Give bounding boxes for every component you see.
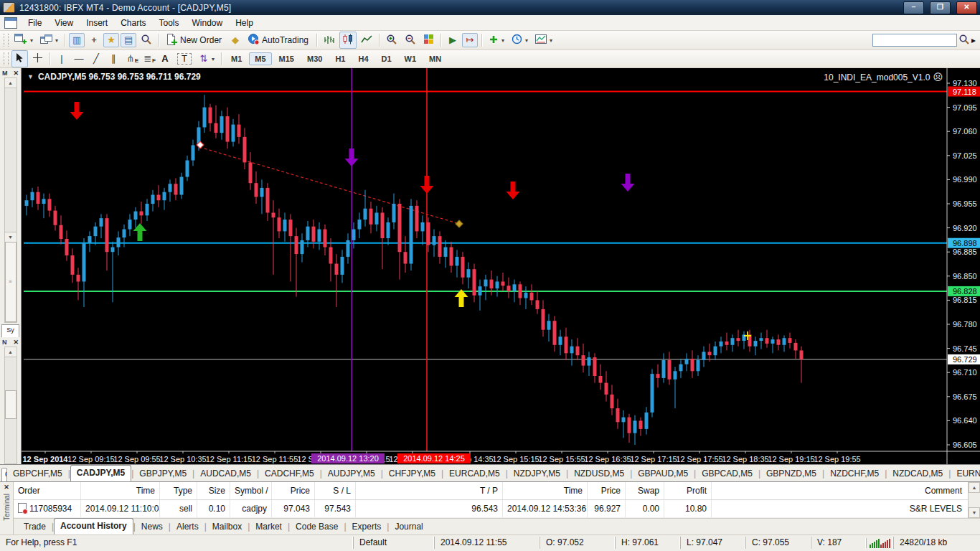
chart-tab-gbpcad-m5[interactable]: GBPCAD,M5 (696, 466, 758, 481)
menu-tools[interactable]: Tools (153, 16, 186, 30)
search-input[interactable] (872, 34, 957, 47)
new-order-button[interactable]: New Order (163, 32, 226, 50)
toolbar-grip[interactable] (4, 34, 9, 47)
column-header-price[interactable]: Price (588, 482, 626, 499)
timeframe-m1[interactable]: M1 (225, 52, 248, 65)
chart-tab-chfjpy-m5[interactable]: CHFJPY,M5 (383, 466, 441, 481)
pitchfork-tool[interactable]: ⋔E (123, 52, 138, 66)
scroll-up-icon[interactable]: ▲ (969, 482, 980, 493)
scroll-track[interactable] (5, 357, 17, 390)
close-icon[interactable]: ✕ (13, 70, 19, 77)
expert-advisors-button[interactable]: ◆ (227, 33, 243, 47)
profiles-button[interactable]: ▾ (37, 32, 61, 49)
arrows-tool[interactable]: ⇅▾ (196, 52, 217, 66)
timeframe-h1[interactable]: H1 (329, 52, 351, 65)
column-header-price[interactable]: Price (272, 482, 315, 499)
scroll-track[interactable] (5, 88, 17, 232)
scroll-up-icon[interactable]: ▲ (5, 347, 17, 357)
periods-button[interactable]: ▾ (509, 32, 531, 49)
chart-tab-audcad-m5[interactable]: AUDCAD,M5 (194, 466, 257, 481)
market-watch-scrollbar[interactable]: ▲≡▼ (4, 77, 17, 323)
order-row[interactable]: 1170859342014.09.12 11:10:04sell0.10cadj… (14, 500, 980, 518)
timeframe-h4[interactable]: H4 (352, 52, 374, 65)
tile-windows-button[interactable] (420, 32, 437, 49)
terminal-tab-mailbox[interactable]: Mailbox (207, 519, 248, 534)
data-window-button[interactable]: + (86, 33, 102, 47)
scroll-thumb[interactable] (5, 390, 17, 419)
scroll-track[interactable] (5, 419, 17, 463)
text-tool[interactable]: A (157, 52, 173, 66)
timeframe-w1[interactable]: W1 (399, 52, 423, 65)
chart-tab-cadchf-m5[interactable]: CADCHF,M5 (259, 466, 320, 481)
menu-window[interactable]: Window (186, 16, 230, 30)
scroll-down-icon[interactable]: ▼ (969, 507, 980, 518)
chart-tab-eurcad-m5[interactable]: EURCAD,M5 (443, 466, 506, 481)
column-header-s-l[interactable]: S / L (315, 482, 356, 499)
crosshair-tool[interactable] (29, 50, 46, 67)
restore-button[interactable]: ❐ (930, 1, 951, 14)
ea-status-icon[interactable]: ☹ (933, 72, 943, 83)
column-header-t-p[interactable]: T / P (356, 482, 503, 499)
vertical-line-tool[interactable]: | (54, 52, 70, 66)
navigator-button[interactable]: ★ (103, 33, 119, 47)
terminal-tab-alerts[interactable]: Alerts (171, 519, 204, 534)
column-header-type[interactable]: Type (160, 482, 197, 499)
chart-tab-cadjpy-m5[interactable]: CADJPY,M5 (70, 465, 131, 481)
line-chart-button[interactable] (358, 33, 375, 48)
column-header-time[interactable]: Time (503, 482, 588, 499)
zoom-out-button[interactable] (402, 32, 419, 50)
menu-help[interactable]: Help (229, 16, 260, 30)
column-header-order[interactable]: Order (14, 482, 81, 499)
chart-tab-nzdjpy-m5[interactable]: NZDJPY,M5 (508, 466, 566, 481)
scroll-down-icon[interactable]: ▼ (5, 232, 17, 242)
auto-scroll-button[interactable]: ▶ (445, 33, 461, 47)
market-watch-button[interactable]: ▥ (69, 33, 85, 47)
minimize-button[interactable]: – (903, 1, 924, 14)
templates-button[interactable]: ▾ (532, 32, 555, 48)
chart-tab-gbpjpy-m5[interactable]: GBPJPY,M5 (133, 466, 192, 481)
terminal-tab-account-history[interactable]: Account History (54, 518, 133, 534)
zoom-in-button[interactable] (383, 32, 400, 50)
search-icon[interactable] (958, 34, 970, 47)
horizontal-line-tool[interactable]: — (71, 52, 87, 66)
timeframe-m30[interactable]: M30 (301, 52, 328, 65)
chart-tab-nzdusd-m5[interactable]: NZDUSD,M5 (568, 466, 630, 481)
candlestick-chart-button[interactable] (339, 32, 357, 49)
column-header-size[interactable]: Size (197, 482, 230, 499)
chart-tab-gbpaud-m5[interactable]: GBPAUD,M5 (632, 466, 694, 481)
scroll-up-icon[interactable]: ▲ (5, 78, 17, 88)
chart-shift-button[interactable]: ↦ (462, 33, 478, 47)
chart-tab-gbpchf-m5[interactable]: GBPCHF,M5 (7, 466, 68, 481)
new-chart-button[interactable]: ▾ (11, 32, 36, 49)
terminal-tab-code-base[interactable]: Code Base (290, 519, 344, 534)
strategy-tester-button[interactable] (138, 32, 155, 50)
cursor-tool[interactable] (11, 50, 28, 67)
close-button[interactable]: ✕ (956, 1, 977, 14)
chevron-right-icon[interactable]: ▸ (971, 35, 976, 45)
menu-file[interactable]: File (22, 16, 48, 30)
chart-canvas[interactable]: 97.13097.09597.06097.02596.99096.95596.9… (22, 68, 980, 464)
terminal-tab-trade[interactable]: Trade (18, 519, 52, 534)
indicators-button[interactable]: ▾ (486, 32, 507, 49)
column-header-time[interactable]: Time (81, 482, 160, 499)
autotrading-button[interactable]: AutoTrading (245, 31, 313, 50)
column-header-profit[interactable]: Profit (664, 482, 712, 499)
close-icon[interactable]: ✕ (13, 339, 19, 346)
chart-tab-nzdcad-m5[interactable]: NZDCAD,M5 (887, 466, 948, 481)
navigator-scrollbar[interactable]: ▲ (4, 347, 17, 464)
column-header-symbol-[interactable]: Symbol / (230, 482, 272, 499)
menu-view[interactable]: View (48, 16, 80, 30)
column-header-comment[interactable]: Comment (712, 482, 980, 499)
chart-tab-nzdchf-m5[interactable]: NZDCHF,M5 (824, 466, 885, 481)
timeframe-m15[interactable]: M15 (273, 52, 300, 65)
terminal-tab-experts[interactable]: Experts (347, 519, 387, 534)
column-header-swap[interactable]: Swap (626, 482, 664, 499)
dock-common-tab[interactable]: C (1, 468, 7, 481)
timeframe-d1[interactable]: D1 (376, 52, 397, 65)
bar-chart-button[interactable] (321, 32, 338, 49)
fibonacci-tool[interactable]: ≣F (140, 52, 156, 66)
chart-tab-eurnzd-m5[interactable]: EURNZD,M5 (951, 466, 980, 481)
menu-charts[interactable]: Charts (114, 16, 152, 30)
terminal-close-icon[interactable]: ✕ (4, 482, 9, 492)
chart-window[interactable]: ▼ CADJPY,M5 96.753 96.753 96.711 96.729 … (22, 68, 980, 464)
